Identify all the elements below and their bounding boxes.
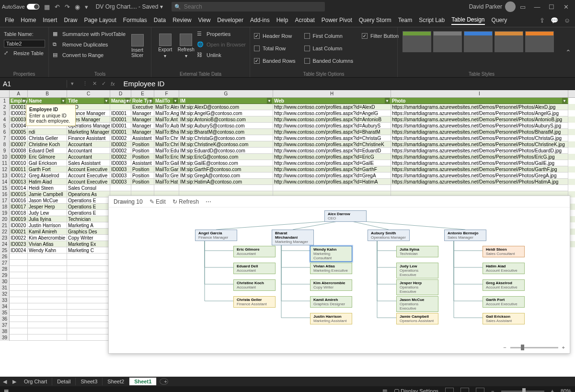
refresh-drawing-button[interactable]: ↻ Refresh — [172, 198, 199, 205]
table-cell[interactable]: ID0017 — [10, 204, 28, 210]
table-cell[interactable]: IM:sip:AngelG@contoso.com — [179, 110, 273, 116]
org-node[interactable]: Antonio BermejoSales Manager — [444, 230, 486, 241]
table-cell[interactable]: Operations E — [67, 197, 110, 204]
table-cell[interactable]: Account Executive — [67, 166, 110, 173]
table-cell[interactable]: ID0003 — [110, 160, 131, 166]
search-input[interactable] — [184, 3, 322, 10]
org-node[interactable]: Alex DarrowCEO — [324, 210, 367, 222]
table-cell[interactable]: ID0015 — [10, 191, 28, 197]
org-node[interactable]: Eric GilmoreAccountant — [233, 246, 276, 257]
row-header[interactable]: 32 — [0, 291, 10, 297]
row-header[interactable]: 15 — [0, 185, 10, 191]
org-node[interactable]: Vivian AtlasMarketing Executive — [310, 263, 352, 274]
table-cell[interactable] — [28, 291, 67, 297]
col-header-A[interactable]: A — [10, 90, 28, 97]
table-cell[interactable]: Account Executive — [67, 179, 110, 185]
table-cell[interactable]: IM:sip:HatimA@contoso.com — [179, 179, 273, 185]
table-cell[interactable] — [10, 322, 28, 328]
table-cell[interactable] — [10, 297, 28, 303]
table-cell[interactable]: Julia Ilyina — [28, 216, 67, 222]
row-header[interactable]: 10 — [0, 154, 10, 160]
row-header[interactable]: 28 — [0, 266, 10, 272]
table-header-cell[interactable]: Manager — [110, 98, 131, 104]
row-header[interactable]: 29 — [0, 272, 10, 278]
row-header[interactable]: 12 — [0, 166, 10, 173]
table-cell[interactable]: Accountant — [67, 154, 110, 160]
table-cell[interactable]: Manager — [131, 110, 154, 116]
table-cell[interactable] — [67, 328, 110, 334]
table-cell[interactable]: ID0001 — [110, 123, 131, 129]
row-header[interactable]: 33 — [0, 297, 10, 303]
tab-power-pivot[interactable]: Power Pivot — [322, 16, 352, 24]
table-cell[interactable] — [67, 291, 110, 297]
table-header-cell[interactable]: Employee — [10, 98, 28, 104]
table-cell[interactable]: MailTo:Chri — [154, 141, 179, 148]
table-cell[interactable]: Position — [131, 166, 154, 173]
addin-icon[interactable]: ▥ — [382, 388, 387, 392]
table-cell[interactable]: ID0001 — [110, 116, 131, 123]
table-cell[interactable]: ID0001 — [110, 129, 131, 135]
org-node[interactable]: Christine KochAccountant — [233, 279, 276, 291]
refresh-button[interactable]: Refresh▾ — [176, 29, 196, 63]
table-cell[interactable]: https://smartdiagrams.azurewebsites.net/… — [391, 141, 568, 148]
tab-file[interactable]: File — [5, 16, 14, 24]
table-cell[interactable]: ID0012 — [10, 173, 28, 179]
col-header-E[interactable]: E — [131, 90, 154, 97]
header-row-check[interactable]: ✓Header Row — [254, 31, 296, 41]
table-cell[interactable]: Position — [131, 148, 154, 154]
zoom-in-icon[interactable]: + — [562, 345, 565, 350]
zoom-out-icon[interactable]: − — [503, 345, 506, 350]
table-cell[interactable]: http://www.contoso.com/profiles.aspx?id=… — [273, 179, 391, 185]
table-cell[interactable] — [110, 185, 131, 191]
tab-query[interactable]: Query — [492, 16, 507, 24]
table-cell[interactable]: ID0019 — [10, 216, 28, 222]
properties-button[interactable]: ☰Properties — [197, 29, 246, 39]
worksheet-grid[interactable]: ABCDEFGHI 1EmployeeNameTitleManagerRole … — [0, 90, 575, 377]
minimize-icon[interactable]: — — [530, 3, 544, 11]
table-cell[interactable] — [67, 285, 110, 291]
table-cell[interactable]: ID0016 — [10, 197, 28, 204]
cancel-icon[interactable]: ✕ — [92, 81, 97, 87]
drawing-pane[interactable]: Drawing 10 ✎ Edit ↻ Refresh ⋯ Alex Darro… — [108, 196, 570, 354]
table-cell[interactable]: IM:sip:EduardD@contoso.com — [179, 148, 273, 154]
summarize-pivot-button[interactable]: ▦Summarize with PivotTable — [53, 29, 126, 39]
table-cell[interactable] — [28, 266, 67, 272]
table-cell[interactable] — [28, 272, 67, 278]
table-cell[interactable]: IM:sip:ChristineK@contoso.com — [179, 141, 273, 148]
table-cell[interactable]: MailTo:Bha — [154, 129, 179, 135]
table-cell[interactable] — [131, 185, 154, 191]
row-header[interactable]: 13 — [0, 173, 10, 179]
row-header[interactable]: 8 — [0, 141, 10, 148]
table-cell[interactable] — [391, 185, 568, 191]
table-cell[interactable]: Jason McCue — [28, 197, 67, 204]
table-cell[interactable] — [10, 303, 28, 310]
table-cell[interactable]: Marketing Manager — [67, 129, 110, 135]
sheet-tab-sheet2[interactable]: Sheet2 — [103, 378, 129, 385]
table-cell[interactable]: Jesper Herp — [28, 204, 67, 210]
table-cell[interactable] — [10, 328, 28, 334]
table-cell[interactable]: Position — [131, 179, 154, 185]
table-cell[interactable]: Executive — [131, 104, 154, 110]
table-cell[interactable]: Garth Fort — [28, 166, 67, 173]
table-cell[interactable]: Opearions As — [67, 191, 110, 197]
table-cell[interactable] — [154, 185, 179, 191]
table-cell[interactable]: ID0008 — [10, 148, 28, 154]
table-cell[interactable]: http://www.contoso.com/profiles.aspx?id=… — [273, 141, 391, 148]
table-cell[interactable]: https://smartdiagrams.azurewebsites.net/… — [391, 166, 568, 173]
table-cell[interactable]: MailTo:Hat — [154, 179, 179, 185]
table-cell[interactable]: ID0022 — [10, 235, 28, 241]
unlink-button[interactable]: ⛓Unlink — [197, 50, 246, 60]
table-cell[interactable] — [10, 310, 28, 316]
table-cell[interactable] — [67, 278, 110, 285]
table-cell[interactable]: https://smartdiagrams.azurewebsites.net/… — [391, 110, 568, 116]
table-cell[interactable]: Justin Harrison — [28, 222, 67, 229]
table-cell[interactable]: Marketing A — [67, 222, 110, 229]
table-cell[interactable]: https://smartdiagrams.azurewebsites.net/… — [391, 179, 568, 185]
col-header-D[interactable]: D — [110, 90, 131, 97]
row-header[interactable]: 9 — [0, 148, 10, 154]
table-style-4[interactable] — [494, 31, 523, 52]
table-cell[interactable]: ID0003 — [10, 116, 28, 123]
table-cell[interactable] — [110, 104, 131, 110]
org-node[interactable]: Greg AkselrodAccount Executive — [483, 279, 525, 291]
table-cell[interactable] — [67, 334, 110, 341]
